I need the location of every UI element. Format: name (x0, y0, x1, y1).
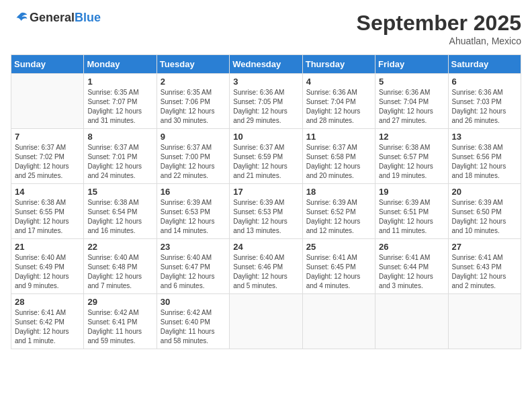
calendar-day-cell (230, 294, 302, 349)
day-number: 30 (161, 297, 226, 307)
day-of-week-header: Wednesday (230, 55, 302, 74)
day-info: Sunrise: 6:42 AMSunset: 6:40 PMDaylight:… (161, 308, 226, 346)
day-number: 19 (379, 187, 444, 197)
day-number: 7 (15, 132, 80, 142)
calendar-table: SundayMondayTuesdayWednesdayThursdayFrid… (11, 54, 521, 349)
calendar-week-row: 14Sunrise: 6:38 AMSunset: 6:55 PMDayligh… (11, 184, 521, 239)
logo-bird-icon (12, 11, 28, 25)
day-of-week-header: Thursday (302, 55, 375, 74)
day-number: 10 (233, 132, 298, 142)
calendar-day-cell (11, 74, 84, 129)
day-number: 11 (306, 132, 371, 142)
day-info: Sunrise: 6:37 AMSunset: 7:01 PMDaylight:… (87, 143, 152, 181)
day-number: 22 (87, 242, 152, 252)
day-number: 2 (161, 77, 226, 87)
page-header: GeneralBlue September 2025 Ahuatlan, Mex… (11, 11, 521, 46)
day-info: Sunrise: 6:40 AMSunset: 6:47 PMDaylight:… (161, 253, 226, 291)
day-number: 18 (306, 187, 371, 197)
day-number: 24 (233, 242, 298, 252)
day-info: Sunrise: 6:42 AMSunset: 6:41 PMDaylight:… (87, 308, 152, 346)
day-number: 9 (161, 132, 226, 142)
calendar-day-cell: 12Sunrise: 6:38 AMSunset: 6:57 PMDayligh… (375, 129, 448, 184)
calendar-day-cell: 19Sunrise: 6:39 AMSunset: 6:51 PMDayligh… (375, 184, 448, 239)
calendar-day-cell: 28Sunrise: 6:41 AMSunset: 6:42 PMDayligh… (11, 294, 84, 349)
day-info: Sunrise: 6:35 AMSunset: 7:06 PMDaylight:… (161, 88, 226, 126)
logo: GeneralBlue (11, 11, 101, 25)
day-number: 29 (87, 297, 152, 307)
day-info: Sunrise: 6:39 AMSunset: 6:53 PMDaylight:… (161, 198, 226, 236)
day-info: Sunrise: 6:36 AMSunset: 7:05 PMDaylight:… (233, 88, 298, 126)
calendar-day-cell: 23Sunrise: 6:40 AMSunset: 6:47 PMDayligh… (157, 239, 229, 294)
calendar-day-cell: 7Sunrise: 6:37 AMSunset: 7:02 PMDaylight… (11, 129, 84, 184)
day-number: 4 (306, 77, 371, 87)
day-info: Sunrise: 6:37 AMSunset: 6:59 PMDaylight:… (233, 143, 298, 181)
day-of-week-header: Tuesday (157, 55, 229, 74)
calendar-day-cell: 4Sunrise: 6:36 AMSunset: 7:04 PMDaylight… (302, 74, 375, 129)
day-number: 8 (87, 132, 152, 142)
calendar-day-cell: 3Sunrise: 6:36 AMSunset: 7:05 PMDaylight… (230, 74, 302, 129)
calendar-day-cell: 18Sunrise: 6:39 AMSunset: 6:52 PMDayligh… (302, 184, 375, 239)
calendar-day-cell: 2Sunrise: 6:35 AMSunset: 7:06 PMDaylight… (157, 74, 229, 129)
day-number: 28 (15, 297, 80, 307)
day-info: Sunrise: 6:41 AMSunset: 6:44 PMDaylight:… (379, 253, 444, 291)
day-info: Sunrise: 6:41 AMSunset: 6:43 PMDaylight:… (452, 253, 517, 291)
day-info: Sunrise: 6:36 AMSunset: 7:03 PMDaylight:… (452, 88, 517, 126)
calendar-day-cell: 14Sunrise: 6:38 AMSunset: 6:55 PMDayligh… (11, 184, 84, 239)
calendar-week-row: 7Sunrise: 6:37 AMSunset: 7:02 PMDaylight… (11, 129, 521, 184)
day-info: Sunrise: 6:38 AMSunset: 6:55 PMDaylight:… (15, 198, 80, 236)
day-number: 5 (379, 77, 444, 87)
calendar-day-cell (375, 294, 448, 349)
calendar-day-cell: 21Sunrise: 6:40 AMSunset: 6:49 PMDayligh… (11, 239, 84, 294)
day-of-week-header: Saturday (448, 55, 521, 74)
calendar-day-cell: 9Sunrise: 6:37 AMSunset: 7:00 PMDaylight… (157, 129, 229, 184)
calendar-day-cell: 13Sunrise: 6:38 AMSunset: 6:56 PMDayligh… (448, 129, 521, 184)
calendar-day-cell: 29Sunrise: 6:42 AMSunset: 6:41 PMDayligh… (84, 294, 157, 349)
day-info: Sunrise: 6:40 AMSunset: 6:46 PMDaylight:… (233, 253, 298, 291)
calendar-day-cell: 1Sunrise: 6:35 AMSunset: 7:07 PMDaylight… (84, 74, 157, 129)
calendar-day-cell: 6Sunrise: 6:36 AMSunset: 7:03 PMDaylight… (448, 74, 521, 129)
location-title: Ahuatlan, Mexico (357, 36, 521, 46)
day-number: 16 (161, 187, 226, 197)
day-info: Sunrise: 6:37 AMSunset: 7:00 PMDaylight:… (161, 143, 226, 181)
day-number: 15 (87, 187, 152, 197)
calendar-day-cell (448, 294, 521, 349)
title-block: September 2025 Ahuatlan, Mexico (357, 11, 521, 46)
day-number: 25 (306, 242, 371, 252)
calendar-day-cell (302, 294, 375, 349)
day-info: Sunrise: 6:40 AMSunset: 6:49 PMDaylight:… (15, 253, 80, 291)
day-number: 17 (233, 187, 298, 197)
month-title: September 2025 (357, 11, 521, 36)
calendar-day-cell: 27Sunrise: 6:41 AMSunset: 6:43 PMDayligh… (448, 239, 521, 294)
day-info: Sunrise: 6:39 AMSunset: 6:50 PMDaylight:… (452, 198, 517, 236)
day-info: Sunrise: 6:38 AMSunset: 6:56 PMDaylight:… (452, 143, 517, 181)
day-number: 20 (452, 187, 517, 197)
calendar-day-cell: 17Sunrise: 6:39 AMSunset: 6:53 PMDayligh… (230, 184, 302, 239)
calendar-week-row: 1Sunrise: 6:35 AMSunset: 7:07 PMDaylight… (11, 74, 521, 129)
calendar-header-row: SundayMondayTuesdayWednesdayThursdayFrid… (11, 55, 521, 74)
calendar-day-cell: 10Sunrise: 6:37 AMSunset: 6:59 PMDayligh… (230, 129, 302, 184)
calendar-day-cell: 30Sunrise: 6:42 AMSunset: 6:40 PMDayligh… (157, 294, 229, 349)
day-info: Sunrise: 6:39 AMSunset: 6:53 PMDaylight:… (233, 198, 298, 236)
day-info: Sunrise: 6:39 AMSunset: 6:52 PMDaylight:… (306, 198, 371, 236)
calendar-day-cell: 8Sunrise: 6:37 AMSunset: 7:01 PMDaylight… (84, 129, 157, 184)
calendar-day-cell: 5Sunrise: 6:36 AMSunset: 7:04 PMDaylight… (375, 74, 448, 129)
calendar-day-cell: 15Sunrise: 6:38 AMSunset: 6:54 PMDayligh… (84, 184, 157, 239)
day-number: 6 (452, 77, 517, 87)
calendar-week-row: 28Sunrise: 6:41 AMSunset: 6:42 PMDayligh… (11, 294, 521, 349)
logo-general-text: General (30, 11, 75, 24)
logo-blue-text: Blue (75, 11, 101, 24)
day-info: Sunrise: 6:38 AMSunset: 6:54 PMDaylight:… (87, 198, 152, 236)
day-info: Sunrise: 6:40 AMSunset: 6:48 PMDaylight:… (87, 253, 152, 291)
day-number: 1 (87, 77, 152, 87)
day-info: Sunrise: 6:38 AMSunset: 6:57 PMDaylight:… (379, 143, 444, 181)
day-info: Sunrise: 6:39 AMSunset: 6:51 PMDaylight:… (379, 198, 444, 236)
day-of-week-header: Sunday (11, 55, 84, 74)
day-info: Sunrise: 6:41 AMSunset: 6:45 PMDaylight:… (306, 253, 371, 291)
day-number: 3 (233, 77, 298, 87)
day-number: 23 (161, 242, 226, 252)
day-info: Sunrise: 6:41 AMSunset: 6:42 PMDaylight:… (15, 308, 80, 346)
day-of-week-header: Monday (84, 55, 157, 74)
day-of-week-header: Friday (375, 55, 448, 74)
calendar-day-cell: 24Sunrise: 6:40 AMSunset: 6:46 PMDayligh… (230, 239, 302, 294)
calendar-day-cell: 22Sunrise: 6:40 AMSunset: 6:48 PMDayligh… (84, 239, 157, 294)
